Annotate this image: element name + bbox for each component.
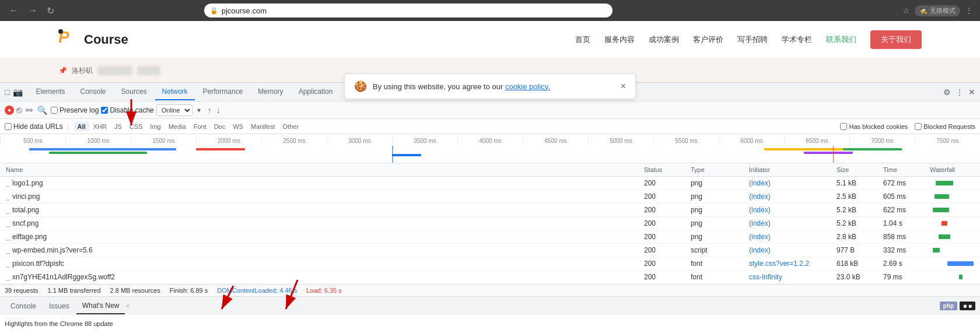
wf-bar-purple: [804, 152, 853, 154]
row-time: 672 ms: [882, 178, 929, 188]
row-time: 332 ms: [882, 246, 929, 255]
devtools-inspect-icon[interactable]: □: [5, 87, 9, 97]
nav-contact[interactable]: 联系我们: [826, 34, 856, 45]
filter-all[interactable]: All: [74, 122, 89, 131]
forward-button[interactable]: →: [26, 4, 40, 17]
filter-ws[interactable]: WS: [229, 122, 247, 131]
row-initiator[interactable]: (index): [748, 178, 835, 188]
blurred-image-2: [137, 66, 160, 75]
table-row[interactable]: ⎯ eiffage.png 200 png (index) 2.8 kB 858…: [0, 230, 980, 244]
nav-reviews[interactable]: 客户评价: [693, 34, 723, 45]
row-waterfall: [929, 178, 975, 188]
export-button[interactable]: ↓: [216, 106, 220, 115]
table-row[interactable]: ⎯ sncf.png 200 png (index) 5.2 kB 1.04 s: [0, 217, 980, 230]
filter-other[interactable]: Other: [279, 122, 303, 131]
row-time: 858 ms: [882, 232, 929, 241]
row-initiator[interactable]: (index): [748, 232, 835, 241]
row-initiator[interactable]: css-Infinity: [748, 272, 835, 282]
tab-network[interactable]: Network: [155, 84, 195, 100]
tab-whats-new[interactable]: What's New: [76, 298, 125, 314]
search-button[interactable]: 🔍: [37, 106, 47, 115]
timeline-blue-vline: [392, 146, 393, 163]
table-row[interactable]: ⎯ pixicon.ttf?dpisfc 200 font style.css?…: [0, 257, 980, 271]
disable-cache-checkbox[interactable]: Disable cache: [101, 106, 153, 114]
header-status: Status: [643, 166, 690, 174]
row-size: 23.0 kB: [835, 272, 882, 282]
tick-2500: 2500 ms: [261, 136, 327, 144]
tab-console[interactable]: Console: [74, 84, 113, 100]
row-initiator[interactable]: (index): [748, 192, 835, 201]
star-icon[interactable]: ☆: [902, 6, 910, 15]
throttle-select[interactable]: Online: [156, 104, 192, 116]
row-type: script: [690, 246, 748, 255]
table-row[interactable]: ⎯ vinci.png 200 png (index) 2.5 kB 605 m…: [0, 190, 980, 204]
table-row[interactable]: ⎯ wp-embed.min.js?ver=5.6 200 script (in…: [0, 244, 980, 257]
tab-performance[interactable]: Performance: [196, 84, 250, 100]
address-bar[interactable]: 🔒 pjcourse.com: [204, 3, 612, 17]
logo-text: Course: [84, 32, 128, 47]
filter-manifest[interactable]: Manifest: [247, 122, 279, 131]
status-bar: 39 requests 1.1 MB transferred 2.8 MB re…: [0, 284, 980, 296]
tab-elements[interactable]: Elements: [29, 84, 72, 100]
cookie-policy-link[interactable]: cookie policy.: [505, 82, 550, 91]
transferred-size: 1.1 MB transferred: [47, 287, 100, 294]
nav-cases[interactable]: 成功案例: [649, 34, 679, 45]
tab-console-bottom[interactable]: Console: [5, 299, 42, 314]
table-row[interactable]: ⎯ xn7gYHE41n1AdlRggexSg.woff2 200 font c…: [0, 271, 980, 284]
filter-img[interactable]: Img: [146, 122, 164, 131]
clear-button[interactable]: ⎋: [16, 105, 22, 115]
row-initiator[interactable]: style.css?ver=1.2.2: [748, 259, 835, 268]
table-row[interactable]: ⎯ total.png 200 png (index) 5.2 kB 622 m…: [0, 204, 980, 217]
table-row[interactable]: ⎯ logo1.png 200 png (index) 5.1 kB 672 m…: [0, 177, 980, 190]
record-button[interactable]: ●: [5, 106, 14, 115]
blurred-image-1: [97, 66, 132, 75]
filter-xhr[interactable]: XHR: [90, 122, 110, 131]
tab-application[interactable]: Application: [292, 84, 340, 100]
nav-about[interactable]: 关于我们: [870, 30, 922, 49]
filter-font[interactable]: Font: [190, 122, 210, 131]
row-size: 5.2 kB: [835, 219, 882, 228]
filter-media[interactable]: Media: [165, 122, 190, 131]
bottom-tab-close[interactable]: ×: [126, 303, 130, 309]
tick-7500: 7500 ms: [915, 136, 980, 144]
header-name: Name: [5, 166, 643, 174]
requests-count: 39 requests: [5, 287, 38, 294]
preserve-log-checkbox[interactable]: Preserve log: [51, 106, 99, 114]
row-initiator[interactable]: (index): [748, 205, 835, 215]
back-button[interactable]: ←: [7, 4, 21, 17]
row-status: 200: [643, 192, 690, 201]
row-type: font: [690, 272, 748, 282]
cookie-close-button[interactable]: ×: [621, 81, 626, 92]
nav-writers[interactable]: 写手招聘: [737, 34, 768, 45]
row-initiator[interactable]: (index): [748, 246, 835, 255]
nav-services[interactable]: 服务内容: [604, 34, 635, 45]
wf-bar-yellow: [764, 148, 842, 150]
tab-issues[interactable]: Issues: [43, 299, 75, 314]
settings-icon[interactable]: ⚙: [943, 87, 951, 97]
menu-icon[interactable]: ⋮: [965, 6, 973, 15]
row-name: ⎯ pixicon.ttf?dpisfc: [5, 259, 643, 268]
nav-academic[interactable]: 学术专栏: [782, 34, 812, 45]
vertical-dots-icon[interactable]: ⋮: [956, 87, 964, 97]
throttle-dropdown-icon[interactable]: ▾: [197, 106, 201, 114]
filter-toggle-button[interactable]: ⚯: [26, 106, 33, 115]
filter-js[interactable]: JS: [111, 122, 125, 131]
blocked-requests-checkbox[interactable]: Blocked Requests: [915, 123, 975, 130]
close-devtools-icon[interactable]: ✕: [968, 87, 975, 97]
tab-memory[interactable]: Memory: [251, 84, 290, 100]
filter-css[interactable]: CSS: [126, 122, 146, 131]
reload-button[interactable]: ↻: [44, 4, 57, 17]
nav-home[interactable]: 首页: [575, 34, 590, 45]
blocked-cookies-checkbox[interactable]: Has blocked cookies: [840, 123, 908, 130]
import-button[interactable]: ↑: [208, 106, 212, 115]
devtools-device-icon[interactable]: 📷: [13, 87, 23, 97]
incognito-button[interactable]: 🕵 无痕模式: [915, 5, 960, 16]
filter-doc[interactable]: Doc: [211, 122, 229, 131]
row-initiator[interactable]: (index): [748, 219, 835, 228]
row-size: 5.1 kB: [835, 178, 882, 188]
row-waterfall: [929, 259, 975, 268]
dom-loaded-time: DOMContentLoaded: 4.46 s: [217, 287, 297, 294]
hide-data-urls-checkbox[interactable]: Hide data URLs: [5, 122, 63, 131]
row-time: 79 ms: [882, 272, 929, 282]
tab-sources[interactable]: Sources: [114, 84, 154, 100]
